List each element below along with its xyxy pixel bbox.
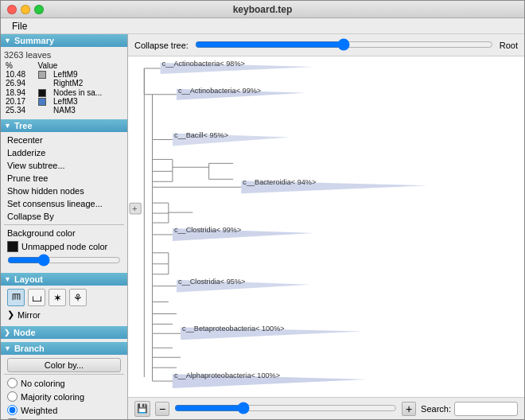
close-button[interactable] — [7, 5, 17, 14]
file-menu[interactable]: File — [7, 21, 32, 32]
collapse-by-button[interactable]: Collapse By — [4, 210, 124, 223]
svg-text:c__Bacill< 95%>: c__Bacill< 95%> — [174, 131, 228, 139]
summary-arrow: ▼ — [4, 37, 11, 45]
menu-bar: File — [1, 18, 524, 34]
layout-arrow: ▼ — [4, 275, 11, 283]
label-3: LeftM3 — [52, 97, 124, 106]
as-no-count-checkbox[interactable] — [7, 418, 18, 419]
node-color-label: Unmapped node color — [21, 242, 107, 251]
branch-label: Branch — [14, 344, 45, 353]
title-bar: keyboard.tep — [1, 1, 524, 18]
show-hidden-button[interactable]: Show hidden nodes — [4, 185, 124, 197]
layout-section-header[interactable]: ▼ Layout — [1, 273, 127, 286]
majority-coloring-label: Majority coloring — [21, 392, 84, 402]
node-section-header[interactable]: ❯ Node — [1, 326, 127, 339]
zoom-plus-button[interactable]: + — [402, 402, 416, 416]
percent-col-header: % — [4, 61, 37, 70]
tree-arrow: ▼ — [4, 122, 11, 130]
zoom-minus-button[interactable]: − — [155, 402, 169, 416]
search-label: Search: — [421, 404, 451, 414]
value-col-header: Value — [37, 61, 124, 70]
label-4: NAM3 — [52, 106, 124, 115]
weighted-row: Weighted — [4, 403, 124, 417]
mirror-row: ❯ Mirror — [4, 308, 124, 321]
swatch-1 — [37, 79, 52, 88]
summary-table: % Value 10.48 LeftM9 26.94 RightM2 1 — [4, 61, 124, 115]
leaves-count: 3263 leaves — [4, 49, 124, 61]
summary-row-1: 26.94 RightM2 — [4, 79, 124, 88]
summary-header-row: % Value — [4, 61, 124, 70]
search-input[interactable] — [454, 402, 518, 416]
tree-slider[interactable] — [7, 255, 121, 265]
prune-tree-button[interactable]: Prune tree — [4, 172, 124, 185]
no-coloring-label: No coloring — [21, 379, 65, 388]
swatch-4 — [37, 106, 52, 115]
divider-6 — [4, 374, 124, 375]
svg-text:c__Betaproteobacteria< 100%>: c__Betaproteobacteria< 100%> — [182, 325, 285, 332]
no-coloring-row: No coloring — [4, 376, 124, 390]
pct-0: 10.48 — [4, 70, 37, 79]
collapse-slider[interactable] — [195, 38, 493, 51]
as-no-count-row: as no count — [4, 417, 124, 419]
svg-text:+: + — [132, 204, 138, 213]
mirror-arrow: ❯ — [7, 309, 14, 320]
mirror-label: Mirror — [18, 310, 41, 320]
pct-1: 26.94 — [4, 79, 37, 88]
recenter-button[interactable]: Recenter — [4, 134, 124, 146]
radial-icon[interactable]: ✶ — [49, 289, 66, 306]
label-2: Nodes in sa... — [52, 88, 124, 96]
tree-slider-row — [4, 254, 124, 268]
divider-2 — [4, 224, 124, 225]
layout-icons: ⺵ ⌴ ✶ ⚘ — [4, 287, 124, 308]
consensus-button[interactable]: Set consensus lineage... — [4, 197, 124, 210]
node-label: Node — [14, 328, 36, 337]
collapse-slider-container — [195, 38, 493, 52]
summary-section-header[interactable]: ▼ Summary — [1, 34, 127, 47]
zoom-slider-container — [174, 402, 397, 416]
ladderize-button[interactable]: Ladderize — [4, 146, 124, 159]
swatch-0 — [37, 70, 52, 79]
tree-body: Recenter Ladderize View subtree... Prune… — [1, 132, 127, 270]
unrooted-icon[interactable]: ⚘ — [69, 289, 87, 306]
save-icon[interactable]: 💾 — [134, 401, 150, 417]
main-window: keyboard.tep File ▼ Summary 3263 leaves … — [0, 0, 525, 420]
bg-color-label: Background color — [7, 228, 76, 238]
tree-section-header[interactable]: ▼ Tree — [1, 119, 127, 132]
bottom-bar: 💾 − + Search: — [128, 397, 524, 419]
summary-row-2: 18.94 Nodes in sa... — [4, 88, 124, 96]
svg-text:c__Clostridia< 99%>: c__Clostridia< 99%> — [174, 226, 241, 234]
summary-row-4: 25.34 NAM3 — [4, 106, 124, 115]
bg-color-row: Background color — [4, 227, 124, 239]
svg-text:c__Actinobacteria< 99%>: c__Actinobacteria< 99%> — [178, 87, 261, 95]
node-color-swatch[interactable] — [7, 241, 18, 252]
branch-body: Color by... No coloring Majority colorin… — [1, 355, 127, 419]
minimize-button[interactable] — [21, 5, 30, 14]
weighted-radio[interactable] — [7, 405, 18, 415]
tree-label: Tree — [14, 121, 33, 130]
window-title: keyboard.tep — [233, 4, 293, 15]
zoom-slider[interactable] — [174, 402, 397, 414]
sidebar: ▼ Summary 3263 leaves % Value 10.48 Left… — [1, 34, 128, 419]
main-content: ▼ Summary 3263 leaves % Value 10.48 Left… — [1, 34, 524, 419]
summary-row-3: 20.17 LeftM3 — [4, 97, 124, 106]
pct-4: 25.34 — [4, 106, 37, 115]
swatch-3 — [37, 97, 52, 106]
traffic-lights — [7, 5, 44, 14]
no-coloring-radio[interactable] — [7, 378, 18, 388]
summary-body: 3263 leaves % Value 10.48 LeftM9 26.94 — [1, 47, 127, 116]
label-1: RightM2 — [52, 79, 124, 88]
pct-3: 20.17 — [4, 97, 37, 106]
maximize-button[interactable] — [34, 5, 44, 14]
tree-svg: c__Actinobacteria< 98%> c__Actinobacteri… — [128, 56, 524, 397]
majority-coloring-radio[interactable] — [7, 391, 18, 402]
view-subtree-button[interactable]: View subtree... — [4, 159, 124, 172]
color-by-button[interactable]: Color by... — [7, 358, 121, 372]
label-0: LeftM9 — [52, 70, 124, 79]
cladogram-icon[interactable]: ⌴ — [28, 289, 45, 306]
branch-section-header[interactable]: ▼ Branch — [1, 342, 127, 355]
node-arrow: ❯ — [4, 329, 10, 336]
phylogram-icon[interactable]: ⺵ — [7, 289, 25, 306]
summary-label: Summary — [14, 36, 54, 45]
tree-canvas[interactable]: c__Actinobacteria< 98%> c__Actinobacteri… — [128, 56, 524, 397]
collapse-bar: Collapse tree: Root — [128, 34, 524, 56]
